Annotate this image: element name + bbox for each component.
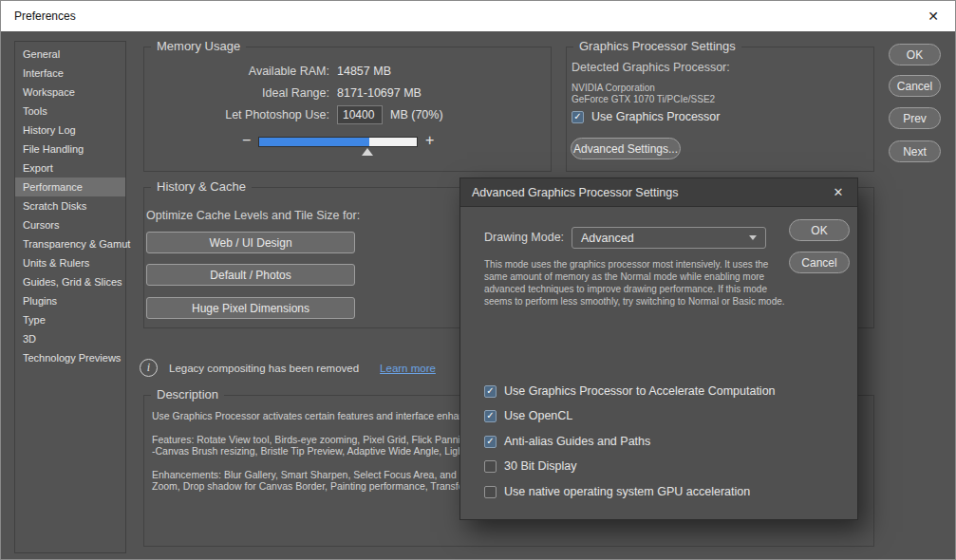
close-icon: ✕: [834, 185, 844, 199]
sidebar-item-file-handling[interactable]: File Handling: [15, 140, 125, 159]
preset-web-ui-button[interactable]: Web / UI Design: [146, 232, 355, 253]
native-os-gpu-checkbox[interactable]: [484, 486, 497, 498]
dialog-ok-button[interactable]: OK: [789, 219, 850, 241]
advanced-settings-button[interactable]: Advanced Settings...: [571, 138, 681, 159]
memory-slider-track[interactable]: [258, 137, 418, 147]
use-opencl-label: Use OpenCL: [504, 409, 572, 422]
ideal-range-label: Ideal Range:: [144, 86, 329, 100]
sidebar-item-transparency-gamut[interactable]: Transparency & Gamut: [15, 234, 125, 253]
drawing-mode-value: Advanced: [581, 232, 634, 245]
preferences-body: General Interface Workspace Tools Histor…: [1, 31, 956, 560]
description-line: Zoom, Drop shadow for Canvas Border, Pai…: [152, 480, 478, 493]
sidebar-item-export[interactable]: Export: [15, 159, 125, 177]
thirty-bit-display-checkbox[interactable]: [484, 460, 497, 473]
history-cache-title: History & Cache: [151, 179, 252, 194]
preset-huge-pixel-button[interactable]: Huge Pixel Dimensions: [146, 297, 355, 319]
info-icon: i: [140, 359, 158, 377]
antialias-guides-label: Anti-alias Guides and Paths: [504, 435, 650, 448]
sidebar-item-performance[interactable]: Performance: [15, 177, 125, 196]
drawing-mode-label: Drawing Mode:: [484, 231, 564, 244]
native-os-gpu-label: Use native operating system GPU accelera…: [504, 485, 750, 498]
memory-amount-input[interactable]: [337, 105, 383, 124]
available-ram-label: Available RAM:: [144, 65, 329, 78]
sidebar-item-scratch-disks[interactable]: Scratch Disks: [15, 196, 125, 215]
description-title: Description: [151, 387, 224, 401]
memory-slider: − +: [144, 136, 553, 160]
use-opencl-checkbox[interactable]: [484, 410, 497, 422]
preset-default-photos-button[interactable]: Default / Photos: [146, 264, 355, 286]
memory-usage-group: Memory Usage Available RAM:14857 MB Idea…: [143, 47, 552, 172]
sidebar-item-type[interactable]: Type: [15, 310, 125, 329]
preferences-sidebar: General Interface Workspace Tools Histor…: [14, 41, 126, 553]
accelerate-computation-checkbox[interactable]: [484, 385, 497, 398]
prev-button[interactable]: Prev: [889, 107, 941, 129]
let-photoshop-use-label: Let Photoshop Use:: [144, 108, 329, 121]
info-icon-letter: i: [147, 361, 150, 375]
legacy-notice: i Legacy compositing has been removed Le…: [140, 359, 436, 377]
window-titlebar: Preferences ✕: [1, 1, 955, 31]
cancel-button[interactable]: Cancel: [889, 75, 941, 97]
sidebar-item-general[interactable]: General: [15, 45, 125, 64]
gpu-settings-title: Graphics Processor Settings: [573, 39, 741, 53]
ideal-range-value: 8171-10697 MB: [337, 86, 422, 100]
advanced-gpu-dialog-title: Advanced Graphics Processor Settings: [472, 186, 678, 199]
use-gpu-label: Use Graphics Processor: [591, 110, 720, 123]
slider-plus-label: +: [425, 132, 434, 149]
sidebar-item-interface[interactable]: Interface: [15, 64, 125, 83]
legacy-notice-text: Legacy compositing has been removed: [169, 363, 359, 374]
antialias-guides-checkbox[interactable]: [484, 436, 497, 448]
dialog-cancel-button[interactable]: Cancel: [789, 252, 850, 273]
gpu-card: GeForce GTX 1070 Ti/PCIe/SSE2: [572, 94, 715, 104]
available-ram-value: 14857 MB: [337, 65, 391, 78]
sidebar-item-technology-previews[interactable]: Technology Previews: [15, 348, 125, 367]
detected-gpu-label: Detected Graphics Processor:: [572, 61, 730, 74]
learn-more-link[interactable]: Learn more: [380, 363, 436, 374]
dialog-close-button[interactable]: ✕: [819, 178, 857, 207]
description-line: -Canvas Brush resizing, Bristle Tip Prev…: [152, 445, 479, 457]
sidebar-item-tools[interactable]: Tools: [15, 102, 125, 121]
sidebar-item-guides-grid-slices[interactable]: Guides, Grid & Slices: [15, 272, 125, 291]
description-line: Use Graphics Processor activates certain…: [152, 410, 475, 422]
accelerate-computation-label: Use Graphics Processor to Accelerate Com…: [504, 384, 776, 398]
next-button[interactable]: Next: [889, 140, 941, 162]
sidebar-item-plugins[interactable]: Plugins: [15, 291, 125, 310]
description-line: Enhancements: Blur Gallery, Smart Sharpe…: [152, 469, 481, 481]
drawing-mode-select[interactable]: Advanced: [572, 227, 766, 249]
thirty-bit-display-label: 30 Bit Display: [504, 459, 576, 473]
advanced-gpu-dialog-titlebar: Advanced Graphics Processor Settings ✕: [460, 178, 857, 207]
description-line: Features: Rotate View tool, Birds-eye zo…: [152, 434, 483, 446]
gpu-settings-group: Graphics Processor Settings Detected Gra…: [566, 47, 874, 172]
preferences-window: Preferences ✕ General Interface Workspac…: [0, 0, 956, 560]
window-close-button[interactable]: ✕: [911, 1, 955, 31]
sidebar-item-history-log[interactable]: History Log: [15, 121, 125, 140]
ok-button[interactable]: OK: [889, 44, 941, 65]
memory-usage-title: Memory Usage: [151, 39, 246, 53]
sidebar-item-3d[interactable]: 3D: [15, 329, 125, 348]
advanced-gpu-dialog: Advanced Graphics Processor Settings ✕ D…: [459, 177, 858, 520]
memory-slider-thumb[interactable]: [362, 148, 373, 156]
memory-amount-suffix: MB (70%): [390, 108, 443, 121]
sidebar-item-cursors[interactable]: Cursors: [15, 215, 125, 234]
memory-slider-fill: [259, 138, 369, 146]
slider-minus-label: −: [242, 132, 251, 149]
use-gpu-checkbox[interactable]: [572, 111, 584, 123]
gpu-vendor: NVIDIA Corporation: [572, 83, 655, 93]
sidebar-item-workspace[interactable]: Workspace: [15, 83, 125, 102]
close-icon: ✕: [928, 9, 939, 24]
sidebar-item-units-rulers[interactable]: Units & Rulers: [15, 253, 125, 272]
chevron-down-icon: [749, 235, 757, 240]
drawing-mode-description: This mode uses the graphics processor mo…: [484, 258, 790, 308]
window-title: Preferences: [14, 9, 76, 23]
optimize-cache-label: Optimize Cache Levels and Tile Size for:: [146, 209, 360, 222]
